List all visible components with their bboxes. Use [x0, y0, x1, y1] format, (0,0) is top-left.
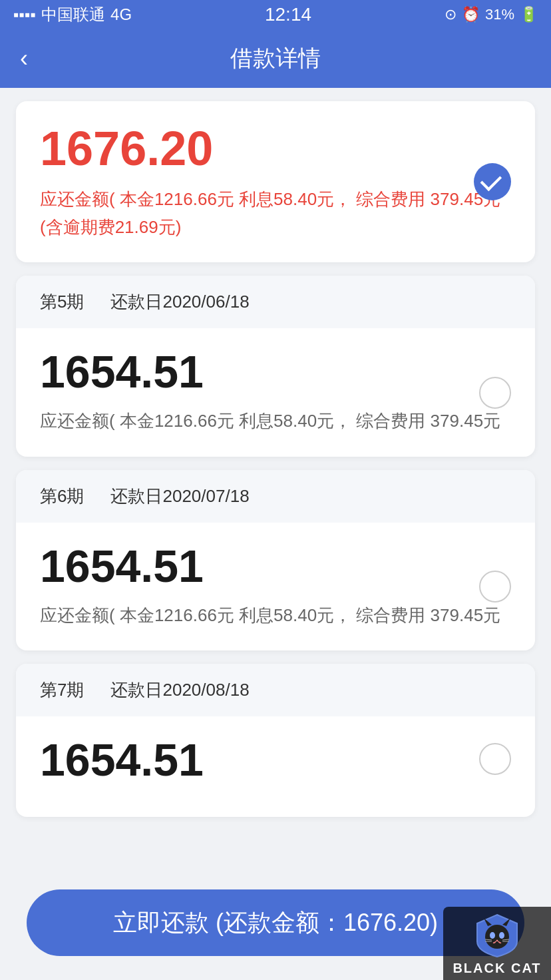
status-left: ▪▪▪▪ 中国联通 4G [13, 4, 132, 25]
installment-body-7: 1654.51 [16, 716, 535, 817]
svg-point-0 [485, 925, 509, 949]
installment-card-5[interactable]: 第5期 还款日2020/06/18 1654.51 应还金额( 本金1216.6… [16, 276, 535, 456]
period-label-5: 第5期 [40, 290, 84, 314]
amount-7: 1654.51 [40, 735, 511, 785]
carrier: 中国联通 [41, 4, 105, 25]
due-date-6: 还款日2020/07/18 [110, 485, 249, 508]
battery-icon: 🔋 [520, 6, 538, 23]
network-type: 4G [110, 5, 132, 24]
page-title: 借款详情 [230, 43, 321, 74]
installment-body-6: 1654.51 应还金额( 本金1216.66元 利息58.40元， 综合费用 … [16, 523, 535, 650]
back-button[interactable]: ‹ [20, 45, 28, 73]
desc-6: 应还金额( 本金1216.66元 利息58.40元， 综合费用 379.45元 [40, 602, 511, 630]
installment-header-7: 第7期 还款日2020/08/18 [16, 664, 535, 716]
svg-point-4 [499, 932, 504, 939]
radio-5[interactable] [479, 377, 511, 409]
black-cat-logo-icon [470, 911, 524, 958]
radio-7[interactable] [479, 743, 511, 775]
battery-level: 31% [485, 6, 514, 23]
due-date-5: 还款日2020/06/18 [110, 290, 249, 314]
amount-6: 1654.51 [40, 541, 511, 591]
installment-card-6[interactable]: 第6期 还款日2020/07/18 1654.51 应还金额( 本金1216.6… [16, 470, 535, 650]
signal-icon: ▪▪▪▪ [13, 5, 36, 24]
installment-header-5: 第5期 还款日2020/06/18 [16, 276, 535, 328]
selected-amount-desc: 应还金额( 本金1216.66元 利息58.40元， 综合费用 379.45元 … [40, 186, 511, 241]
status-bar: ▪▪▪▪ 中国联通 4G 12:14 ⊙ ⏰ 31% 🔋 [0, 0, 551, 29]
period-label-7: 第7期 [40, 678, 84, 702]
installment-header-6: 第6期 还款日2020/07/18 [16, 470, 535, 523]
back-icon: ‹ [20, 45, 28, 73]
alarm-icon: ⏰ [462, 6, 480, 23]
period-label-6: 第6期 [40, 485, 84, 508]
selected-amount: 1676.20 [40, 122, 511, 175]
amount-5: 1654.51 [40, 347, 511, 397]
selected-check-icon [474, 163, 511, 200]
status-right: ⊙ ⏰ 31% 🔋 [445, 6, 538, 23]
installment-card-7[interactable]: 第7期 还款日2020/08/18 1654.51 [16, 664, 535, 817]
due-date-7: 还款日2020/08/18 [110, 678, 249, 702]
black-cat-watermark: BLACK CAT [443, 907, 551, 980]
desc-5: 应还金额( 本金1216.66元 利息58.40元， 综合费用 379.45元 [40, 407, 511, 435]
selected-amount-card[interactable]: 1676.20 应还金额( 本金1216.66元 利息58.40元， 综合费用 … [16, 101, 535, 262]
status-time: 12:14 [265, 4, 311, 25]
svg-point-3 [490, 932, 495, 939]
black-cat-label: BLACK CAT [453, 961, 541, 976]
radio-6[interactable] [479, 571, 511, 603]
main-content: 1676.20 应还金额( 本金1216.66元 利息58.40元， 综合费用 … [0, 88, 551, 937]
location-icon: ⊙ [445, 6, 457, 23]
nav-bar: ‹ 借款详情 [0, 29, 551, 88]
installment-body-5: 1654.51 应还金额( 本金1216.66元 利息58.40元， 综合费用 … [16, 328, 535, 456]
